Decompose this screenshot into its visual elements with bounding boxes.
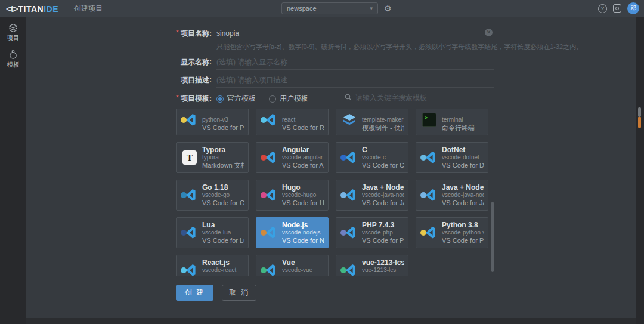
template-card-icon xyxy=(342,112,357,128)
template-card[interactable]: vue-1213-lcs vue-1213-lcs xyxy=(336,255,408,276)
template-card-icon xyxy=(182,263,197,276)
project-desc-row: 项目描述: xyxy=(176,74,494,87)
template-card-title: Typora xyxy=(202,146,244,154)
template-card[interactable]: Go 1.18 vscode-go VS Code for Go 1.18 xyxy=(176,180,249,211)
template-card-title: Java + Node16 xyxy=(442,183,484,192)
avatar[interactable]: 邓 xyxy=(627,2,639,14)
template-card-icon xyxy=(342,150,357,165)
template-card[interactable]: Java + Node16 vscode-java-node16 VS Code… xyxy=(416,180,488,211)
template-card-id: vscode-vue xyxy=(282,267,324,274)
page-scrollbar-thumb[interactable] xyxy=(638,107,641,117)
template-card[interactable]: Python 3.8 vscode-python-v3 VS Code for … xyxy=(416,217,488,248)
template-card-id: vscode-java-node16 xyxy=(442,192,484,199)
bottom-scroll-track xyxy=(26,318,636,324)
template-card[interactable]: React.js vscode-react xyxy=(176,255,249,276)
template-card[interactable]: DotNet vscode-dotnet VS Code for DotNet xyxy=(416,142,488,173)
logo-bracket: <t> xyxy=(6,4,18,14)
template-card-desc: VS Code for DotNet xyxy=(442,161,484,169)
template-card-title: Vue xyxy=(282,258,324,267)
template-card-id: vue-1213-lcs xyxy=(362,267,404,274)
project-template-row: * 项目模板: 官方模板 用户模板 xyxy=(176,92,494,106)
help-icon[interactable]: ? xyxy=(598,4,607,13)
typora-icon: T xyxy=(182,150,197,165)
template-card-id: vscode-java-node10 xyxy=(362,192,404,199)
template-card-desc: VS Code for React.js xyxy=(282,124,324,132)
project-name-input[interactable] xyxy=(216,29,494,41)
template-card[interactable]: Java + Node10 vscode-java-node10 VS Code… xyxy=(336,180,408,211)
template-card[interactable]: Vue vscode-vue xyxy=(256,255,329,276)
template-card[interactable]: Lua vscode-lua VS Code for Lua xyxy=(176,217,249,248)
template-card-title: Python 3.8 xyxy=(442,221,484,229)
template-card-id: vscode-go xyxy=(202,192,244,199)
template-card[interactable]: Hugo vscode-hugo VS Code for Hugo xyxy=(256,180,329,211)
template-card-icon xyxy=(262,150,277,165)
template-card-icon xyxy=(342,263,357,276)
chevron-down-icon: ▾ xyxy=(370,5,373,11)
sidebar: 项目 模板 xyxy=(0,17,26,324)
required-marker: * xyxy=(176,29,179,37)
sidebar-item-label: 项目 xyxy=(7,34,20,42)
template-card[interactable]: > _ terminal 命令行终端 xyxy=(416,109,488,135)
logo-titan: TITAN xyxy=(18,4,44,14)
template-card-id: vscode-lua xyxy=(202,229,244,236)
template-card[interactable]: react VS Code for React.js xyxy=(256,109,329,135)
template-list-viewport: python-v3 VS Code for Python react VS Co… xyxy=(176,109,494,276)
search-icon xyxy=(345,92,352,103)
language-badge xyxy=(181,267,187,273)
project-desc-input[interactable] xyxy=(216,76,494,88)
radio-user-template[interactable]: 用户模板 xyxy=(269,94,308,104)
template-card[interactable]: C vscode-c VS Code for C xyxy=(336,142,408,173)
titanide-logo[interactable]: <t> TITAN IDE xyxy=(6,4,58,14)
template-card-desc: VS Code for PHP xyxy=(362,236,404,245)
template-card-title: PHP 7.4.3 xyxy=(362,221,404,229)
create-button[interactable]: 创 建 xyxy=(176,285,213,301)
radio-official-template[interactable]: 官方模板 xyxy=(216,94,256,104)
template-type-radios: 官方模板 用户模板 xyxy=(216,92,308,104)
template-card-desc: VS Code for Go 1.18 xyxy=(202,199,244,207)
page-scrollbar[interactable] xyxy=(636,17,644,324)
template-card-desc xyxy=(362,274,404,276)
template-card-desc xyxy=(202,274,244,276)
template-card[interactable]: template-maker 模板制作 - 使用 Tem... xyxy=(336,109,408,135)
template-card-title xyxy=(442,109,484,116)
workspace-select-value: newspace xyxy=(287,5,317,12)
template-card-id: vscode-python-v3 xyxy=(442,229,484,236)
template-grid: python-v3 VS Code for Python react VS Co… xyxy=(176,109,488,276)
language-badge xyxy=(181,192,187,198)
topbar-right: ? 邓 xyxy=(598,0,639,17)
template-card[interactable]: Node.js vscode-nodejs VS Code for Node.j… xyxy=(256,217,329,248)
sidebar-item-projects[interactable]: 项目 xyxy=(1,21,25,45)
template-card[interactable]: python-v3 VS Code for Python xyxy=(176,109,249,135)
template-card-desc: VS Code for Python xyxy=(202,124,244,132)
clear-icon[interactable]: ✕ xyxy=(485,29,493,36)
template-search-input[interactable] xyxy=(355,94,494,102)
template-card[interactable]: T Typora typora Markdown 文档编写... xyxy=(176,142,249,173)
template-card-id: react xyxy=(282,116,324,124)
template-list-scrollbar[interactable] xyxy=(491,202,494,272)
template-card-title: Go 1.18 xyxy=(202,183,244,192)
template-card-icon xyxy=(422,150,437,165)
template-card-desc xyxy=(282,274,324,276)
template-card-desc: VS Code for C xyxy=(362,161,404,169)
project-name-hint: 只能包含小写字母[a-z]、数字[0-9]、破折号[-]，必须以小写字母开头，必… xyxy=(216,42,494,50)
language-badge xyxy=(420,155,426,161)
radio-dot xyxy=(269,95,276,103)
template-card-title xyxy=(282,109,324,116)
template-card-title: React.js xyxy=(202,258,244,267)
workspace-select[interactable]: newspace ▾ xyxy=(281,2,378,14)
template-card[interactable]: Angular vscode-angular VS Code for Angul… xyxy=(256,142,329,173)
template-card-desc: VS Code for Node.js xyxy=(282,236,324,245)
cancel-button[interactable]: 取 消 xyxy=(222,285,256,301)
template-card-id: vscode-react xyxy=(202,267,244,274)
template-card[interactable]: PHP 7.4.3 vscode-php VS Code for PHP xyxy=(336,217,408,248)
console-icon[interactable] xyxy=(613,4,621,13)
workspace-settings-gear-icon[interactable]: ⚙ xyxy=(384,4,392,13)
page-title: 创建项目 xyxy=(74,4,103,14)
template-card-desc: VS Code for Hugo xyxy=(282,199,324,207)
template-card-icon xyxy=(342,225,357,240)
display-name-input[interactable] xyxy=(216,58,494,70)
terminal-icon: > _ xyxy=(422,113,436,127)
template-card-title: C xyxy=(362,146,404,154)
sidebar-item-templates[interactable]: 模板 xyxy=(1,48,25,72)
display-name-label: 显示名称: xyxy=(176,56,212,67)
